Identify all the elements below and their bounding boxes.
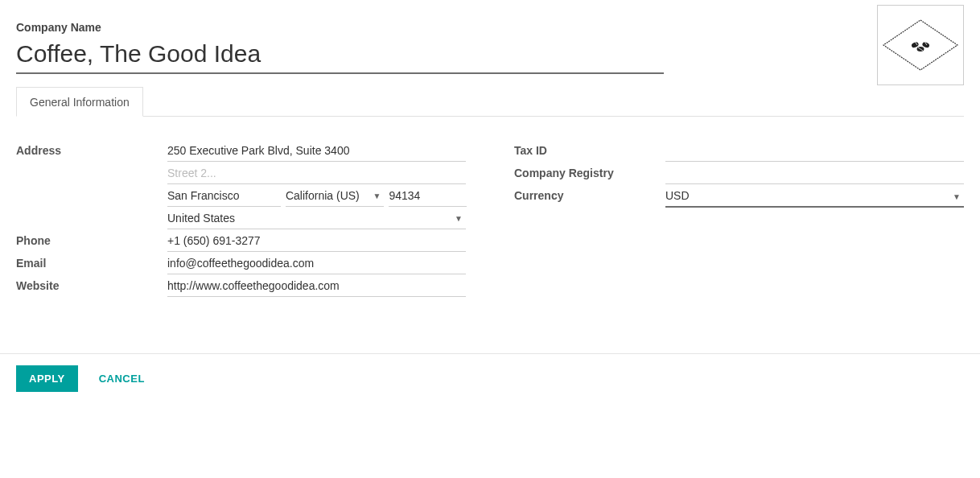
- company-name-input[interactable]: [16, 39, 664, 74]
- email-label: Email: [16, 252, 167, 270]
- apply-button[interactable]: APPLY: [16, 365, 78, 392]
- tab-general-information[interactable]: General Information: [16, 87, 143, 117]
- zip-input[interactable]: [389, 184, 466, 207]
- tabs: General Information: [16, 87, 964, 117]
- street2-input[interactable]: [167, 162, 466, 184]
- company-name-label: Company Name: [16, 21, 964, 34]
- address-label: Address: [16, 139, 167, 157]
- country-select[interactable]: [167, 207, 466, 229]
- company-logo[interactable]: [877, 5, 964, 85]
- city-input[interactable]: [167, 184, 281, 207]
- phone-label: Phone: [16, 229, 167, 247]
- currency-label: Currency: [514, 184, 665, 202]
- company-registry-label: Company Registry: [514, 162, 665, 179]
- email-input[interactable]: [167, 252, 466, 274]
- website-input[interactable]: [167, 274, 466, 297]
- phone-input[interactable]: [167, 229, 466, 252]
- svg-marker-0: [883, 20, 957, 70]
- company-registry-input[interactable]: [665, 162, 964, 184]
- tax-id-input[interactable]: [665, 139, 964, 162]
- street1-input[interactable]: [167, 139, 466, 162]
- currency-select[interactable]: [665, 184, 964, 208]
- cancel-button[interactable]: CANCEL: [96, 365, 148, 392]
- footer: APPLY CANCEL: [0, 353, 980, 408]
- tax-id-label: Tax ID: [514, 139, 665, 157]
- state-select[interactable]: [286, 184, 384, 207]
- website-label: Website: [16, 274, 167, 292]
